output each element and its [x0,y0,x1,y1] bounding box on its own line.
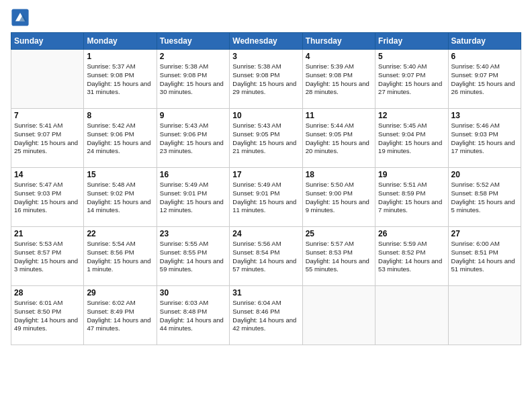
day-number: 24 [232,229,299,238]
calendar-cell: 2Sunrise: 5:38 AMSunset: 9:08 PMDaylight… [157,50,229,109]
day-info: Sunrise: 5:49 AMSunset: 9:01 PMDaylight:… [232,181,299,215]
weekday-header: Sunday [11,33,84,50]
calendar-cell: 12Sunrise: 5:45 AMSunset: 9:04 PMDayligh… [375,109,448,168]
day-info: Sunrise: 5:53 AMSunset: 8:57 PMDaylight:… [14,240,81,274]
day-info: Sunrise: 5:47 AMSunset: 9:03 PMDaylight:… [14,181,81,215]
day-info: Sunrise: 5:38 AMSunset: 9:08 PMDaylight:… [232,62,299,97]
day-number: 1 [87,52,153,61]
calendar-cell: 9Sunrise: 5:43 AMSunset: 9:06 PMDaylight… [157,109,229,168]
logo [11,8,32,27]
day-info: Sunrise: 5:44 AMSunset: 9:05 PMDaylight:… [306,122,372,156]
weekday-header: Thursday [302,33,375,50]
calendar-cell [11,50,84,109]
day-number: 28 [14,288,81,298]
calendar-week-row: 1Sunrise: 5:37 AMSunset: 9:08 PMDaylight… [11,50,521,109]
day-info: Sunrise: 5:48 AMSunset: 9:02 PMDaylight:… [87,181,153,215]
calendar-week-row: 21Sunrise: 5:53 AMSunset: 8:57 PMDayligh… [11,227,521,286]
day-number: 11 [306,111,372,120]
day-info: Sunrise: 5:45 AMSunset: 9:04 PMDaylight:… [378,122,445,156]
weekday-header: Friday [375,33,448,50]
day-info: Sunrise: 5:42 AMSunset: 9:06 PMDaylight:… [87,122,153,156]
calendar-cell: 1Sunrise: 5:37 AMSunset: 9:08 PMDaylight… [84,50,157,109]
day-info: Sunrise: 5:38 AMSunset: 9:08 PMDaylight:… [160,62,226,97]
calendar-cell: 30Sunrise: 6:03 AMSunset: 8:48 PMDayligh… [157,286,229,345]
day-info: Sunrise: 5:52 AMSunset: 8:58 PMDaylight:… [451,181,518,215]
day-number: 3 [232,52,299,61]
calendar-cell: 3Sunrise: 5:38 AMSunset: 9:08 PMDaylight… [230,50,302,109]
day-number: 16 [160,170,226,179]
page: SundayMondayTuesdayWednesdayThursdayFrid… [0,0,532,351]
day-number: 25 [306,229,372,238]
day-info: Sunrise: 5:50 AMSunset: 9:00 PMDaylight:… [306,181,372,215]
calendar-cell: 8Sunrise: 5:42 AMSunset: 9:06 PMDaylight… [84,109,157,168]
calendar-cell: 29Sunrise: 6:02 AMSunset: 8:49 PMDayligh… [84,286,157,345]
day-info: Sunrise: 5:54 AMSunset: 8:56 PMDaylight:… [87,240,153,274]
weekday-header: Saturday [448,33,521,50]
calendar-cell [302,286,375,345]
day-info: Sunrise: 6:00 AMSunset: 8:51 PMDaylight:… [451,240,518,274]
day-number: 20 [451,170,518,179]
calendar-week-row: 14Sunrise: 5:47 AMSunset: 9:03 PMDayligh… [11,168,521,227]
day-info: Sunrise: 5:59 AMSunset: 8:52 PMDaylight:… [378,240,445,274]
calendar-cell: 5Sunrise: 5:40 AMSunset: 9:07 PMDaylight… [375,50,448,109]
calendar-cell [375,286,448,345]
weekday-header-row: SundayMondayTuesdayWednesdayThursdayFrid… [11,33,521,50]
day-number: 9 [160,111,226,120]
calendar-cell: 21Sunrise: 5:53 AMSunset: 8:57 PMDayligh… [11,227,84,286]
calendar-cell: 18Sunrise: 5:50 AMSunset: 9:00 PMDayligh… [302,168,375,227]
calendar-cell: 15Sunrise: 5:48 AMSunset: 9:02 PMDayligh… [84,168,157,227]
calendar-cell [448,286,521,345]
day-info: Sunrise: 6:01 AMSunset: 8:50 PMDaylight:… [14,299,81,333]
calendar-cell: 6Sunrise: 5:40 AMSunset: 9:07 PMDaylight… [448,50,521,109]
day-number: 30 [160,288,226,298]
day-number: 13 [451,111,518,120]
calendar-cell: 7Sunrise: 5:41 AMSunset: 9:07 PMDaylight… [11,109,84,168]
calendar-cell: 20Sunrise: 5:52 AMSunset: 8:58 PMDayligh… [448,168,521,227]
day-number: 23 [160,229,226,238]
calendar-table: SundayMondayTuesdayWednesdayThursdayFrid… [11,32,521,345]
calendar-cell: 14Sunrise: 5:47 AMSunset: 9:03 PMDayligh… [11,168,84,227]
day-number: 22 [87,229,153,238]
header [11,8,521,27]
day-info: Sunrise: 6:03 AMSunset: 8:48 PMDaylight:… [160,299,226,333]
day-info: Sunrise: 5:46 AMSunset: 9:03 PMDaylight:… [451,122,518,156]
weekday-header: Tuesday [157,33,229,50]
day-number: 19 [378,170,445,179]
calendar-cell: 25Sunrise: 5:57 AMSunset: 8:53 PMDayligh… [302,227,375,286]
weekday-header: Wednesday [230,33,302,50]
day-number: 2 [160,52,226,61]
day-info: Sunrise: 5:51 AMSunset: 8:59 PMDaylight:… [378,181,445,215]
day-number: 29 [87,288,153,298]
calendar-cell: 13Sunrise: 5:46 AMSunset: 9:03 PMDayligh… [448,109,521,168]
day-info: Sunrise: 5:39 AMSunset: 9:08 PMDaylight:… [306,62,372,97]
day-number: 6 [451,52,518,61]
calendar-cell: 4Sunrise: 5:39 AMSunset: 9:08 PMDaylight… [302,50,375,109]
logo-icon [11,8,30,27]
day-number: 21 [14,229,81,238]
calendar-cell: 28Sunrise: 6:01 AMSunset: 8:50 PMDayligh… [11,286,84,345]
day-number: 5 [378,52,445,61]
calendar-cell: 11Sunrise: 5:44 AMSunset: 9:05 PMDayligh… [302,109,375,168]
weekday-header: Monday [84,33,157,50]
day-info: Sunrise: 5:56 AMSunset: 8:54 PMDaylight:… [232,240,299,274]
calendar-cell: 24Sunrise: 5:56 AMSunset: 8:54 PMDayligh… [230,227,302,286]
day-number: 18 [306,170,372,179]
day-info: Sunrise: 5:43 AMSunset: 9:05 PMDaylight:… [232,122,299,156]
day-number: 8 [87,111,153,120]
day-info: Sunrise: 5:41 AMSunset: 9:07 PMDaylight:… [14,122,81,156]
calendar-cell: 22Sunrise: 5:54 AMSunset: 8:56 PMDayligh… [84,227,157,286]
calendar-cell: 23Sunrise: 5:55 AMSunset: 8:55 PMDayligh… [157,227,229,286]
day-number: 12 [378,111,445,120]
day-number: 15 [87,170,153,179]
day-number: 26 [378,229,445,238]
calendar-week-row: 7Sunrise: 5:41 AMSunset: 9:07 PMDaylight… [11,109,521,168]
calendar-cell: 19Sunrise: 5:51 AMSunset: 8:59 PMDayligh… [375,168,448,227]
day-info: Sunrise: 6:02 AMSunset: 8:49 PMDaylight:… [87,299,153,333]
day-number: 10 [232,111,299,120]
day-info: Sunrise: 5:40 AMSunset: 9:07 PMDaylight:… [451,62,518,97]
day-number: 31 [232,288,299,298]
day-info: Sunrise: 5:40 AMSunset: 9:07 PMDaylight:… [378,62,445,97]
calendar-cell: 16Sunrise: 5:49 AMSunset: 9:01 PMDayligh… [157,168,229,227]
day-info: Sunrise: 5:37 AMSunset: 9:08 PMDaylight:… [87,62,153,97]
day-number: 14 [14,170,81,179]
